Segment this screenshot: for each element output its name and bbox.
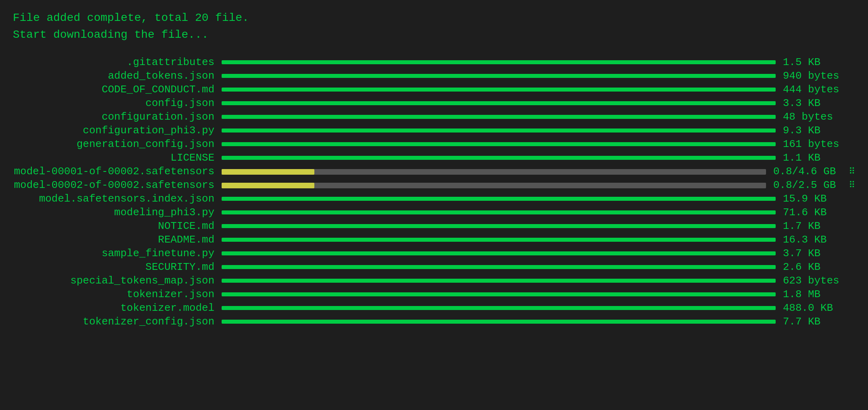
progress-bar-container [222,196,776,201]
file-name: tokenizer.json [13,288,222,300]
file-row: added_tokens.json940 bytes [13,70,855,82]
file-name: model.safetensors.index.json [13,193,222,205]
file-name: tokenizer_config.json [13,316,222,328]
file-size: 1.5 KB [783,56,855,68]
file-name: model-00002-of-00002.safetensors [13,179,222,191]
file-row: sample_finetune.py3.7 KB [13,247,855,259]
dots-icon: ⠿ [849,166,855,177]
file-row: generation_config.json161 bytes [13,138,855,150]
progress-bar-container [222,142,776,147]
progress-bar-container [222,183,766,188]
file-row: tokenizer.json1.8 MB [13,288,855,300]
file-row: modeling_phi3.py71.6 KB [13,206,855,218]
file-size: 3.7 KB [783,247,855,259]
file-row: LICENSE1.1 KB [13,152,855,164]
file-size: 1.1 KB [783,152,855,164]
file-name: LICENSE [13,152,222,164]
file-row: tokenizer_config.json7.7 KB [13,316,855,328]
progress-bar-container [222,60,776,65]
file-size: 488.0 KB [783,302,855,314]
file-size: 9.3 KB [783,124,855,137]
file-row: special_tokens_map.json623 bytes [13,275,855,287]
file-list: .gitattributes1.5 KBadded_tokens.json940… [13,56,855,328]
progress-bar-container [222,265,776,269]
file-row: configuration_phi3.py9.3 KB [13,124,855,137]
file-size: 0.8/2.5 GB [773,179,846,191]
file-row: NOTICE.md1.7 KB [13,220,855,232]
status-line-1: File added complete, total 20 file. [13,10,855,27]
file-row: tokenizer.model488.0 KB [13,302,855,314]
file-row: config.json3.3 KB [13,97,855,109]
file-name: sample_finetune.py [13,247,222,259]
file-name: CODE_OF_CONDUCT.md [13,84,222,96]
file-name: generation_config.json [13,138,222,150]
file-name: modeling_phi3.py [13,206,222,218]
file-name: .gitattributes [13,56,222,68]
progress-bar-container [222,224,776,228]
file-row: configuration.json48 bytes [13,111,855,123]
progress-bar-container [222,319,776,324]
file-name: tokenizer.model [13,302,222,314]
file-name: config.json [13,97,222,109]
file-size: 3.3 KB [783,97,855,109]
progress-bar-container [222,278,776,283]
progress-bar-container [222,73,776,78]
file-size: 71.6 KB [783,206,855,218]
file-name: configuration.json [13,111,222,123]
progress-bar-container [222,155,776,160]
progress-bar-container [222,101,776,106]
file-row: model-00001-of-00002.safetensors0.8/4.6 … [13,165,855,177]
file-size: 15.9 KB [783,193,855,205]
file-row: README.md16.3 KB [13,234,855,246]
file-row: model-00002-of-00002.safetensors0.8/2.5 … [13,179,855,191]
progress-bar-container [222,292,776,297]
file-name: model-00001-of-00002.safetensors [13,165,222,177]
progress-bar-container [222,114,776,119]
file-size: 1.7 KB [783,220,855,232]
file-size: 16.3 KB [783,234,855,246]
file-row: .gitattributes1.5 KB [13,56,855,68]
file-row: SECURITY.md2.6 KB [13,261,855,273]
file-name: NOTICE.md [13,220,222,232]
file-row: model.safetensors.index.json15.9 KB [13,193,855,205]
file-name: SECURITY.md [13,261,222,273]
file-size: 2.6 KB [783,261,855,273]
status-line-2: Start downloading the file... [13,27,855,43]
progress-bar-container [222,210,776,215]
progress-bar-container [222,251,776,256]
progress-bar-container [222,87,776,92]
file-size: 161 bytes [783,138,855,150]
progress-bar-container [222,169,766,174]
progress-bar-container [222,237,776,242]
file-size: 0.8/4.6 GB [773,165,846,177]
file-size: 444 bytes [783,84,855,96]
file-name: special_tokens_map.json [13,275,222,287]
dots-icon: ⠿ [849,180,855,191]
file-size: 623 bytes [783,275,855,287]
file-size: 1.8 MB [783,288,855,300]
file-size: 48 bytes [783,111,855,123]
file-size: 7.7 KB [783,316,855,328]
file-name: added_tokens.json [13,70,222,82]
status-block: File added complete, total 20 file. Star… [13,10,855,43]
progress-bar-container [222,128,776,133]
file-size: 940 bytes [783,70,855,82]
progress-bar-container [222,306,776,310]
file-name: configuration_phi3.py [13,124,222,137]
file-name: README.md [13,234,222,246]
file-row: CODE_OF_CONDUCT.md444 bytes [13,84,855,96]
